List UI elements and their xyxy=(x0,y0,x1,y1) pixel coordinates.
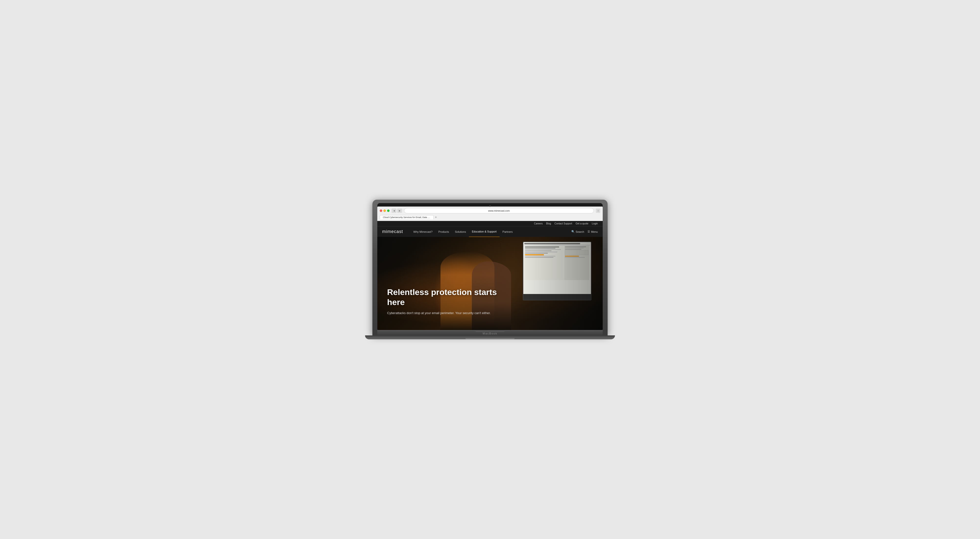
nav-solutions[interactable]: Solutions xyxy=(452,226,469,237)
hamburger-icon: ☰ xyxy=(587,230,590,233)
search-button[interactable]: 🔍 Search xyxy=(571,230,584,233)
nav-right-actions: 🔍 Search ☰ Menu xyxy=(571,230,598,233)
screen-bezel: ◀ ▶ www.mimecast.com ⎙ Cloud Cybersecuri… xyxy=(377,203,603,330)
menu-button[interactable]: ☰ Menu xyxy=(587,230,598,233)
laptop-brand: MacBook xyxy=(483,332,497,335)
back-button[interactable]: ◀ xyxy=(391,208,396,213)
screen-content: ◀ ▶ www.mimecast.com ⎙ Cloud Cybersecuri… xyxy=(377,207,603,330)
hero-subtitle: Cyberattacks don't stop at your email pe… xyxy=(387,311,505,316)
nav-education-support[interactable]: Education & Support xyxy=(469,226,500,237)
nav-products[interactable]: Products xyxy=(435,226,452,237)
url-display: www.mimecast.com xyxy=(488,210,510,212)
utility-bar: Careers Blog Contact Support Get a quote… xyxy=(377,221,603,226)
address-bar[interactable]: www.mimecast.com xyxy=(404,208,594,213)
nav-why-mimecast[interactable]: Why Mimecast? xyxy=(410,226,435,237)
nav-partners[interactable]: Partners xyxy=(500,226,516,237)
nav-links: Why Mimecast? Products Solutions Educati… xyxy=(410,226,571,237)
laptop-bottom xyxy=(365,335,615,339)
laptop-frame: ◀ ▶ www.mimecast.com ⎙ Cloud Cybersecuri… xyxy=(372,200,608,339)
browser-chrome: ◀ ▶ www.mimecast.com ⎙ Cloud Cybersecuri… xyxy=(377,207,603,221)
new-tab-button[interactable]: + xyxy=(434,215,438,219)
fullscreen-button[interactable] xyxy=(387,210,390,212)
laptop-body: ◀ ▶ www.mimecast.com ⎙ Cloud Cybersecuri… xyxy=(372,200,608,335)
tab-title: Cloud Cybersecurity Services for Email, … xyxy=(383,216,434,219)
careers-link[interactable]: Careers xyxy=(534,222,542,225)
hero-content: Relentless protection starts here Cybera… xyxy=(387,287,505,315)
site-logo[interactable]: mimecast xyxy=(382,229,403,234)
hero-section: Relentless protection starts here Cybera… xyxy=(377,237,603,330)
forward-button[interactable]: ▶ xyxy=(397,208,402,213)
share-button[interactable]: ⎙ xyxy=(596,208,600,213)
camera xyxy=(489,205,491,207)
login-link[interactable]: Login xyxy=(592,222,598,225)
contact-support-link[interactable]: Contact Support xyxy=(554,222,572,225)
blog-link[interactable]: Blog xyxy=(546,222,551,225)
main-nav: mimecast Why Mimecast? Products Solution… xyxy=(377,226,603,237)
laptop-base: MacBook xyxy=(377,330,603,335)
get-quote-link[interactable]: Get a quote xyxy=(576,222,588,225)
traffic-lights xyxy=(380,210,390,212)
minimize-button[interactable] xyxy=(383,210,386,212)
website: Careers Blog Contact Support Get a quote… xyxy=(377,221,603,330)
hero-title: Relentless protection starts here xyxy=(387,287,505,307)
search-icon: 🔍 xyxy=(571,230,575,233)
browser-tab[interactable]: Cloud Cybersecurity Services for Email, … xyxy=(380,215,434,219)
close-button[interactable] xyxy=(380,210,382,212)
hero-overlay xyxy=(377,237,603,330)
